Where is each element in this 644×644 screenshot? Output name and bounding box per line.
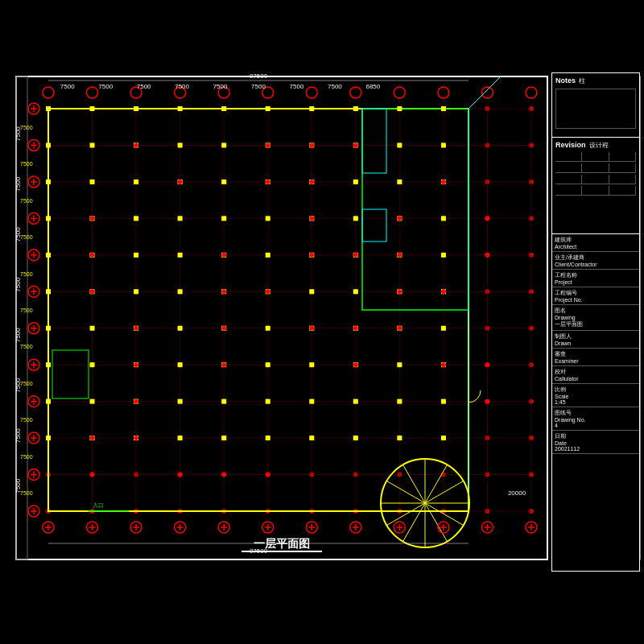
drawing-no-cjk: 图纸号 xyxy=(555,409,637,417)
drawing-name-label: Drawing xyxy=(555,315,637,320)
rev-col-2 xyxy=(582,186,609,195)
notes-label: Notes xyxy=(555,76,576,85)
revision-section: Revision 设计程 xyxy=(552,138,639,234)
scale-value: 1:45 xyxy=(555,399,637,405)
revision-row-3 xyxy=(555,175,636,184)
floor-plan-canvas xyxy=(0,0,644,644)
examiner-cjk: 審查 xyxy=(555,350,637,358)
drawn-label: Drawn xyxy=(555,341,637,346)
rev-col-3 xyxy=(609,163,636,172)
client-cjk: 业主/承建商 xyxy=(555,254,637,262)
project-no-row: 工程编号 Project No. xyxy=(552,287,639,305)
notes-section: Notes 柱 xyxy=(552,73,639,138)
project-no-cjk: 工程编号 xyxy=(555,289,637,297)
drawing-no-label: Drawing No. xyxy=(555,417,637,423)
project-row: 工程名称 Project xyxy=(552,270,639,287)
drawing-no-value: 4 xyxy=(555,423,637,428)
project-no-label: Project No. xyxy=(555,297,637,303)
drawing-name-value: 一层平面图 xyxy=(555,320,637,328)
main-container: Notes 柱 Revision 设计程 xyxy=(0,0,644,644)
architect-row: 建筑师 Architect xyxy=(552,234,639,252)
drawing-no-row: 图纸号 Drawing No. 4 xyxy=(552,407,639,431)
rev-col-1 xyxy=(555,163,582,172)
rev-col-3 xyxy=(609,152,636,161)
drawing-name-cjk: 图名 xyxy=(555,307,637,315)
project-cjk: 工程名称 xyxy=(555,271,637,279)
date-row: 日期 Date 20021112 xyxy=(552,431,639,454)
examiner-label: Examiner xyxy=(555,358,637,364)
rev-col-3 xyxy=(609,175,636,184)
drawn-row: 制图人 Drawn xyxy=(552,331,639,349)
architect-label: Architect xyxy=(555,244,637,250)
rev-col-3 xyxy=(609,186,636,195)
examiner-row: 審查 Examiner xyxy=(552,349,639,366)
date-label: Date xyxy=(555,440,637,446)
rev-col-2 xyxy=(582,175,609,184)
calculator-label: Callulator xyxy=(555,376,637,382)
calculator-cjk: 校对 xyxy=(555,368,637,376)
date-cjk: 日期 xyxy=(555,432,637,440)
architect-cjk: 建筑师 xyxy=(555,236,637,244)
project-label: Project xyxy=(555,279,637,285)
scale-cjk: 比例 xyxy=(555,386,637,394)
rev-col-1 xyxy=(555,152,582,161)
client-label: Client/Contractor xyxy=(555,262,637,267)
revision-cjk: 设计程 xyxy=(589,141,609,150)
drawing-name-row: 图名 Drawing 一层平面图 xyxy=(552,305,639,331)
project-info: 建筑师 Architect 业主/承建商 Client/Contractor 工… xyxy=(552,234,639,571)
revision-row-2 xyxy=(555,163,636,173)
notes-cjk: 柱 xyxy=(579,76,585,85)
rev-col-1 xyxy=(555,175,582,184)
title-block: Notes 柱 Revision 设计程 xyxy=(551,72,640,572)
rev-col-2 xyxy=(582,163,609,172)
revision-label: Revision xyxy=(555,141,586,150)
rev-col-2 xyxy=(582,152,609,161)
revision-rows xyxy=(555,152,636,196)
client-row: 业主/承建商 Client/Contractor xyxy=(552,252,639,270)
scale-label: Scale xyxy=(555,394,637,399)
scale-row: 比例 Scale 1:45 xyxy=(552,384,639,407)
drawn-cjk: 制图人 xyxy=(555,332,637,341)
rev-col-1 xyxy=(555,186,582,195)
revision-row-4 xyxy=(555,186,636,196)
revision-row-1 xyxy=(555,152,636,162)
date-value: 20021112 xyxy=(555,446,637,452)
calculator-row: 校对 Callulator xyxy=(552,366,639,384)
